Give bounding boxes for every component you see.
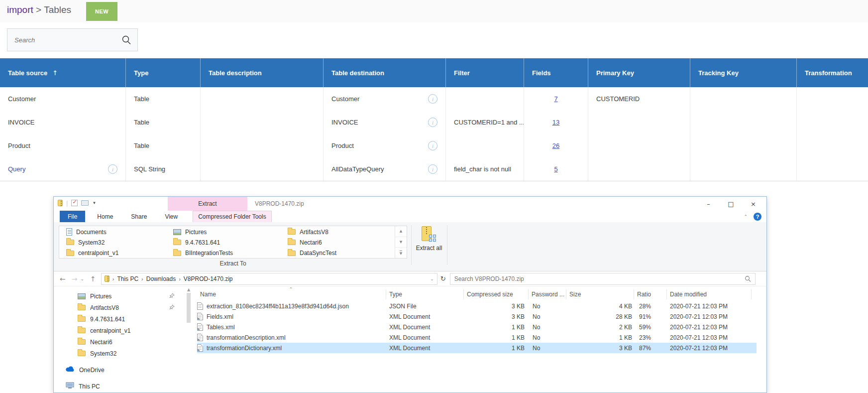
search-input[interactable] (7, 36, 121, 44)
extract-all-button[interactable]: Extract all (415, 226, 443, 266)
sidebar-item-9-4-7631-641[interactable]: 9.4.7631.641 (54, 313, 192, 325)
fields-link[interactable]: 13 (552, 119, 559, 126)
tab-file[interactable]: File (60, 211, 85, 222)
close-button[interactable]: × (742, 197, 764, 211)
help-icon[interactable]: ? (754, 213, 761, 221)
cell-primary-key (588, 134, 690, 157)
info-icon[interactable]: i (428, 141, 437, 150)
extract-destination-centralpoint_v1[interactable]: centralpoint_v1 (60, 248, 167, 259)
column-header-primary-key[interactable]: Primary Key (588, 58, 690, 87)
file-column-header-size[interactable]: Size (566, 289, 634, 299)
new-button[interactable]: NEW (86, 2, 117, 21)
table-row[interactable]: ProductTableProducti26 (0, 134, 868, 157)
collapse-ribbon-icon[interactable]: ⌃ (744, 214, 748, 219)
file-row[interactable]: Tables.xmlXML Document1 KBNo2 KB59%2020-… (197, 322, 757, 332)
minimize-button[interactable]: – (697, 197, 720, 211)
extract-destination-nectari6[interactable]: Nectari6 (282, 237, 395, 248)
explorer-search-input[interactable] (450, 275, 745, 282)
column-header-fields[interactable]: Fields (524, 58, 588, 87)
table-source-link[interactable]: Query (8, 165, 25, 173)
xml-file-icon (197, 344, 203, 352)
column-header-table-source[interactable]: Table source↑ (0, 58, 126, 87)
file-compressed-size-cell: 1 KB (464, 324, 529, 331)
file-column-header-datemodified[interactable]: Date modified (667, 289, 752, 299)
file-row[interactable]: transformationDictionary.xmlXML Document… (197, 343, 757, 353)
file-size-cell: 4 KB (566, 303, 634, 310)
address-segment-zip[interactable]: V8PROD-1470.zip (184, 275, 233, 282)
file-row[interactable]: transformationDescription.xmlXML Documen… (197, 332, 757, 343)
recent-locations-icon[interactable]: ⌄ (80, 276, 84, 281)
extract-destination-label: DataSyncTest (300, 250, 336, 257)
column-header-filter[interactable]: Filter (446, 58, 524, 87)
column-header-table-description[interactable]: Table description (201, 58, 324, 87)
extract-destination-artifactsv8[interactable]: ArtifactsV8 (282, 227, 395, 237)
extract-destination-9.4.7631.641[interactable]: 9.4.7631.641 (167, 237, 282, 248)
cell-table-description (201, 87, 324, 111)
extract-destination-system32[interactable]: System32 (60, 237, 167, 248)
maximize-button[interactable]: □ (720, 197, 742, 211)
fields-link[interactable]: 7 (554, 95, 557, 103)
table-row[interactable]: CustomerTableCustomeri7CUSTOMERID (0, 87, 868, 111)
address-segment-this-pc[interactable]: This PC (117, 275, 138, 282)
column-header-transformation[interactable]: Transformation (797, 58, 868, 87)
file-row[interactable]: extraction_8108ec8234ff4b11a139e8f3d941d… (197, 301, 757, 311)
sidebar-item-onedrive[interactable]: OneDrive (54, 364, 192, 376)
address-dropdown-icon[interactable]: ⌄ (430, 276, 434, 281)
sidebar-item-artifactsv8[interactable]: ArtifactsV8 (54, 302, 192, 313)
table-destination-value: AllDataTypeQuery (331, 165, 384, 173)
file-row[interactable]: Fields.xmlXML Document3 KBNo28 KB91%2020… (197, 311, 757, 322)
folder-icon (288, 251, 296, 256)
sidebar-item-label: 9.4.7631.641 (90, 316, 125, 323)
extract-destination-documents[interactable]: Documents (60, 227, 167, 237)
file-name: transformationDictionary.xml (207, 345, 282, 352)
info-icon[interactable]: i (428, 94, 437, 104)
info-icon[interactable]: i (428, 118, 437, 127)
cell-table-description (201, 111, 324, 134)
search-icon[interactable] (745, 275, 751, 282)
gallery-scroll-down-icon[interactable]: ▼ (395, 237, 407, 248)
tab-home[interactable]: Home (92, 211, 118, 222)
sidebar-item-centralpoint_v1[interactable]: centralpoint_v1 (54, 325, 192, 336)
up-icon[interactable]: ↑ (90, 275, 96, 283)
gear-icon (197, 339, 200, 341)
new-folder-icon[interactable] (81, 200, 89, 206)
breadcrumb-section[interactable]: import (7, 4, 33, 15)
column-header-type[interactable]: Type (126, 58, 201, 87)
cell-fields: 5 (524, 157, 588, 181)
customize-toolbar-icon[interactable]: ▼ (92, 201, 96, 205)
fields-link[interactable]: 5 (554, 165, 557, 173)
tab-view[interactable]: View (160, 211, 183, 222)
column-header-tracking-key[interactable]: Tracking Key (690, 58, 797, 87)
sidebar-item-pictures[interactable]: Pictures (54, 290, 192, 302)
table-row[interactable]: QueryiSQL StringAllDataTypeQueryifield_c… (0, 157, 868, 181)
refresh-icon[interactable]: ↻ (440, 275, 446, 282)
gallery-scroll-up-icon[interactable]: ▲ (395, 226, 407, 237)
extract-destination-biintegrationtests[interactable]: BIIntegrationTests (167, 248, 282, 259)
gallery-more-icon[interactable]: ▼ (395, 247, 407, 258)
search-icon[interactable] (121, 35, 131, 45)
fields-link[interactable]: 26 (552, 142, 559, 149)
sidebar-item-label: centralpoint_v1 (90, 327, 130, 334)
tab-compressed-folder-tools[interactable]: Compressed Folder Tools (193, 211, 272, 222)
sidebar-item-this pc[interactable]: This PC (54, 381, 192, 392)
file-column-header-password[interactable]: Password ... (529, 289, 566, 299)
file-password-cell: No (529, 303, 566, 310)
sidebar-item-nectari6[interactable]: Nectari6 (54, 336, 192, 348)
table-row[interactable]: INVOICETableINVOICEiCUSTOMERID=1 and ...… (0, 111, 868, 134)
extract-destination-datasynctest[interactable]: DataSyncTest (282, 248, 395, 259)
forward-icon[interactable]: → (72, 275, 78, 283)
sidebar-item-system32[interactable]: System32 (54, 348, 192, 359)
info-icon[interactable]: i (108, 164, 117, 174)
sidebar-item-label: Nectari6 (90, 339, 112, 346)
column-header-table-destination[interactable]: Table destination (324, 58, 446, 87)
info-icon[interactable]: i (428, 164, 437, 174)
extract-destination-pictures[interactable]: Pictures (167, 227, 282, 237)
tab-share[interactable]: Share (126, 211, 152, 222)
cell-fields: 13 (524, 111, 588, 134)
file-column-header-type[interactable]: Type (386, 289, 464, 299)
file-column-header-compressedsize[interactable]: Compressed size (464, 289, 529, 299)
file-column-header-ratio[interactable]: Ratio (634, 289, 667, 299)
properties-icon[interactable] (71, 200, 78, 206)
address-segment-downloads[interactable]: Downloads (146, 275, 176, 282)
back-icon[interactable]: ← (60, 275, 66, 283)
